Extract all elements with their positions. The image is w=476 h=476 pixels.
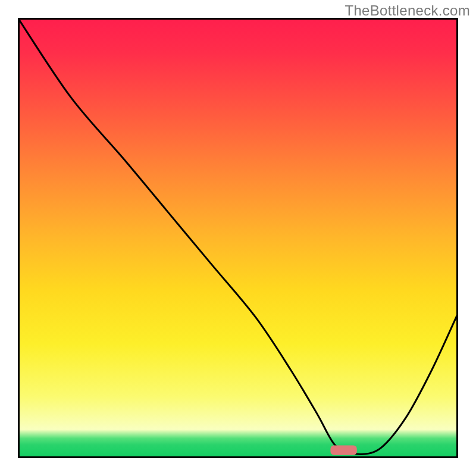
heat-gradient-background [18,18,458,458]
chart-frame: TheBottleneck.com [0,0,476,476]
watermark-text: TheBottleneck.com [345,2,470,19]
plot-area [18,18,458,458]
